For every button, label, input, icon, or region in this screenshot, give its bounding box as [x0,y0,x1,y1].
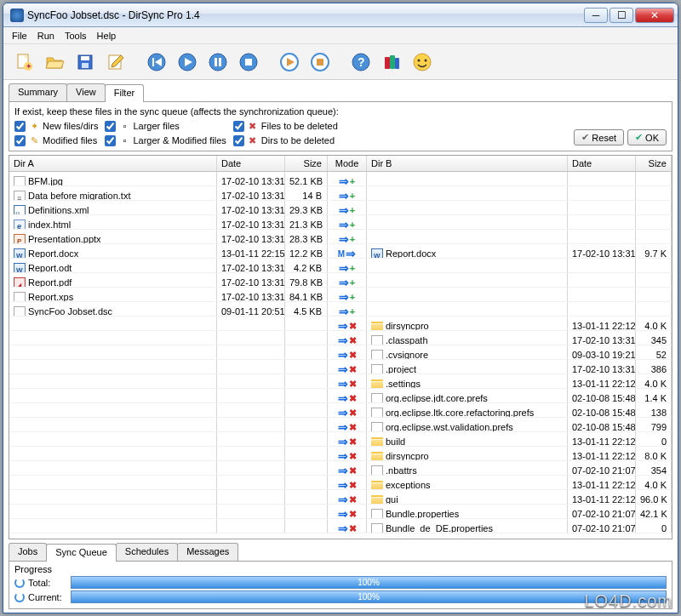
table-row[interactable]: ⇒✖.project17-02-10 13:31386 [9,360,672,374]
menu-run[interactable]: Run [32,29,60,43]
mode-icon: ⇒+ [332,203,362,214]
file-icon [14,191,26,200]
filter-files-deleted-checkbox[interactable] [233,121,244,132]
books-button[interactable] [378,48,405,76]
tab-summary[interactable]: Summary [9,83,67,101]
table-row[interactable]: ⇒✖.settings13-01-11 22:124.0 K [9,374,672,389]
tab-jobs[interactable]: Jobs [9,543,47,561]
file-icon [371,509,383,518]
file-name: dirsyncpro [386,451,429,460]
svg-rect-14 [215,58,217,66]
schedule-play-button[interactable] [276,48,303,76]
filter-new-files-checkbox[interactable] [14,121,26,132]
file-icon [14,248,26,258]
tab-sync-queue[interactable]: Sync Queue [46,544,117,562]
table-row[interactable]: BFM.jpg17-02-10 13:3152.1 KB⇒+ [9,172,672,186]
svg-point-27 [414,54,431,71]
col-size-b[interactable]: Size [636,156,672,171]
table-row[interactable]: ⇒✖.cvsignore09-03-10 19:2152 [9,345,672,360]
filter-dirs-deleted[interactable]: ✖Dirs to be deleted [233,134,338,146]
table-row[interactable]: Report.xps17-02-10 13:3184.1 KB⇒+ [9,288,672,302]
mode-icon: ⇒✖ [332,420,362,431]
table-row[interactable]: Report.pdf17-02-10 13:3179.8 KB⇒+ [9,273,672,288]
open-button[interactable] [41,48,68,76]
file-name: .nbattrs [386,465,417,475]
table-row[interactable]: Presentation.pptx17-02-10 13:3128.3 KB⇒+ [9,230,672,244]
table-row[interactable]: Report.odt17-02-10 13:314.2 KB⇒+ [9,259,672,273]
file-name: Definitions.xml [28,205,89,214]
minimize-button[interactable]: ─ [584,8,608,23]
table-row[interactable]: ⇒✖org.eclipse.ltk.core.refactoring.prefs… [9,403,672,418]
col-date-a[interactable]: Date [217,156,285,171]
smiley-button[interactable] [409,48,436,76]
maximize-button[interactable]: ☐ [609,8,633,23]
table-row[interactable]: ⇒✖org.eclipse.jdt.core.prefs02-10-08 15:… [9,389,672,403]
new-button[interactable]: ✦ [10,48,37,76]
tab-filter[interactable]: Filter [105,84,144,102]
svg-rect-21 [317,59,323,66]
filter-new-files[interactable]: ✦New files/dirs [14,120,98,132]
filter-files-deleted[interactable]: ✖Files to be deleted [233,120,338,132]
edit-button[interactable] [102,48,129,76]
col-mode[interactable]: Mode [328,156,367,171]
pause-button[interactable] [204,48,232,76]
tab-messages[interactable]: Messages [177,543,238,561]
title-bar: SyncFoo Jobset.dsc - DirSync Pro 1.4 ─ ☐… [3,3,678,27]
mode-icon: ⇒+ [332,290,362,301]
schedule-stop-button[interactable] [306,48,334,76]
svg-rect-24 [385,57,390,69]
table-row[interactable]: Definitions.xml17-02-10 13:3129.3 KB⇒+ [9,201,672,215]
file-icon [14,306,26,316]
table-row[interactable]: ⇒✖Bundle_de_DE.properties07-02-10 21:070 [9,519,672,533]
filter-modified-files-checkbox[interactable] [14,135,26,146]
filter-larger-modified-checkbox[interactable] [105,135,116,146]
tab-schedules[interactable]: Schedules [116,543,178,561]
file-name: exceptions [386,480,431,489]
table-row[interactable]: ⇒✖build13-01-11 22:120 [9,432,672,447]
stop-button[interactable] [235,48,262,76]
table-row[interactable]: ⇒✖.nbattrs07-02-10 21:07354 [9,461,672,476]
filter-dirs-deleted-checkbox[interactable] [233,135,244,146]
skip-back-button[interactable] [143,48,170,76]
file-icon [371,465,383,475]
file-icon [14,220,26,229]
table-row[interactable]: ⇒✖dirsyncpro13-01-11 22:128.0 K [9,447,672,461]
svg-rect-6 [82,63,89,68]
filter-larger-files-checkbox[interactable] [105,121,116,132]
reset-button[interactable]: ✔Reset [574,129,624,145]
total-label: Total: [28,578,67,588]
tab-view[interactable]: View [66,83,106,101]
ok-button[interactable]: ✔OK [627,129,667,145]
table-row[interactable]: ⇒✖gui13-01-11 22:1296.0 K [9,490,672,505]
save-button[interactable] [72,48,99,76]
filter-larger-files[interactable]: ▫Larger files [105,120,226,132]
col-size-a[interactable]: Size [285,156,328,171]
col-dir-a[interactable]: Dir A [9,156,217,171]
mode-icon: ⇒+ [332,305,362,316]
table-row[interactable]: ⇒✖.classpath17-02-10 13:31345 [9,331,672,345]
table-row[interactable]: ⇒✖Bundle.properties07-02-10 21:0742.1 K [9,505,672,519]
mode-icon: ⇒✖ [332,391,362,402]
menu-file[interactable]: File [7,29,32,43]
svg-point-28 [418,59,421,61]
table-row[interactable]: SyncFoo Jobset.dsc09-01-11 20:514.5 KB⇒+ [9,302,672,317]
table-row[interactable]: ⇒✖dirsyncpro13-01-11 22:124.0 K [9,317,672,331]
file-name: .settings [386,379,421,388]
menu-tools[interactable]: Tools [60,29,92,43]
grid-body[interactable]: BFM.jpg17-02-10 13:3152.1 KB⇒+Data befor… [9,172,672,539]
play-button[interactable] [174,48,201,76]
table-row[interactable]: Data before migration.txt17-02-10 13:311… [9,186,672,201]
table-row[interactable]: index.html17-02-10 13:3121.3 KB⇒+ [9,215,672,230]
file-icon [371,422,383,431]
table-row[interactable]: ⇒✖org.eclipse.wst.validation.prefs02-10-… [9,418,672,432]
help-button[interactable]: ? [347,48,375,76]
menu-help[interactable]: Help [92,29,122,43]
table-row[interactable]: Report.docx13-01-11 22:1512.2 KBM⇒Report… [9,244,672,259]
close-button[interactable]: ✕ [635,8,674,23]
filter-larger-modified[interactable]: ▫Larger & Modified files [105,134,226,146]
col-dir-b[interactable]: Dir B [367,156,568,171]
table-row[interactable]: ⇒✖exceptions13-01-11 22:124.0 K [9,476,672,490]
col-date-b[interactable]: Date [568,156,636,171]
filter-modified-files[interactable]: ✎Modified files [14,134,98,146]
file-icon [14,234,26,243]
